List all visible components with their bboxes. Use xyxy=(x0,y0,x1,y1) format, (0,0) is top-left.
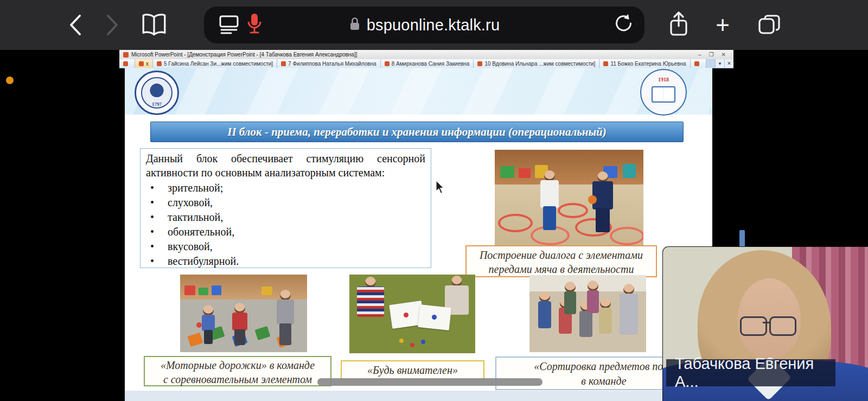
bullet-list: зрительной; слуховой, тактильной, обонят… xyxy=(146,181,425,269)
ppt-tab[interactable]: 7 Филиппова Наталья Михайловна xyxy=(277,59,381,68)
emblem-inner: 1797 xyxy=(141,77,173,109)
caption-line: «Моторные дорожки» в команде xyxy=(145,358,330,372)
slide-title: II блок - приема, переработки и хранения… xyxy=(150,122,684,142)
forward-icon[interactable] xyxy=(101,13,124,37)
powerpoint-titlebar: Microsoft PowerPoint - [Демонстрация Pow… xyxy=(119,50,733,60)
tab-label: x xyxy=(146,61,149,67)
ppt-file-icon xyxy=(477,61,482,66)
tab-close-button[interactable]: ✕ xyxy=(724,59,733,68)
decor-shape xyxy=(261,287,272,295)
tab-label: 7 Филиппова Наталья Михайловна xyxy=(288,61,376,67)
decor-shape xyxy=(599,308,612,334)
bullet-item: зрительной; xyxy=(146,181,425,195)
ppt-file-icon xyxy=(123,61,128,66)
child-figure xyxy=(202,315,215,344)
ppt-tab-active[interactable]: x xyxy=(135,59,153,68)
decor-shape xyxy=(543,206,556,230)
decor-shape xyxy=(202,315,215,331)
open-book-glyph xyxy=(652,86,675,103)
decor-shape xyxy=(404,313,409,317)
ppt-tab[interactable]: 5 Гайсина Лейсан Зи...жим совместимости] xyxy=(153,59,277,68)
photo-kids-hoops xyxy=(495,150,643,245)
caption-dialog-box: Построение диалога с элементами передами… xyxy=(465,245,657,277)
child-figure xyxy=(538,301,551,328)
child-figure xyxy=(599,308,612,334)
decor-shape xyxy=(410,343,414,347)
ppt-tab[interactable]: 10 Вдовина Ильнара ...жим совместимости] xyxy=(474,59,599,68)
reload-icon[interactable] xyxy=(613,13,634,37)
decor-shape xyxy=(500,166,514,178)
glasses-bridge xyxy=(763,322,770,323)
new-tab-icon[interactable]: + xyxy=(710,12,736,38)
decor-shape xyxy=(432,315,437,320)
decor-shape xyxy=(623,164,636,178)
decor-shape xyxy=(579,311,592,337)
status-dot xyxy=(6,77,14,84)
decor-shape xyxy=(592,181,613,209)
browser-toolbar: bspuonline.ktalk.ru + xyxy=(0,0,868,50)
window-title: Microsoft PowerPoint - [Демонстрация Pow… xyxy=(131,52,357,58)
decor-shape xyxy=(199,288,208,295)
decor-shape xyxy=(184,285,195,295)
slide-bottom-band xyxy=(125,391,712,401)
ppt-file-icon xyxy=(694,61,699,66)
mouse-cursor xyxy=(435,180,445,196)
decor-shape xyxy=(620,294,638,335)
vertical-scrollbar-thumb[interactable] xyxy=(739,230,745,247)
child-figure xyxy=(587,290,599,313)
child-figure xyxy=(232,313,247,345)
participant-name: Табачкова Евгения А... xyxy=(675,355,835,391)
decor-shape xyxy=(596,208,610,232)
maximize-button[interactable]: ❐ xyxy=(709,50,714,59)
screen: bspuonline.ktalk.ru + xyxy=(0,0,868,401)
tabbar-spacer xyxy=(706,59,715,68)
decor-shape xyxy=(538,301,551,328)
child-figure xyxy=(592,181,613,232)
ppt-file-icon xyxy=(385,61,390,66)
ppt-tab[interactable] xyxy=(691,59,706,68)
bullet-item: тактильной, xyxy=(146,210,425,225)
bookmarks-icon[interactable] xyxy=(140,12,168,38)
decor-shape xyxy=(495,150,643,184)
ppt-tab[interactable]: 8 Амирханова Сания Закиевна xyxy=(381,59,474,68)
caption-line: Построение диалога с элементами xyxy=(467,248,656,262)
url-display[interactable]: bspuonline.ktalk.ru xyxy=(204,7,644,43)
tabs-icon[interactable] xyxy=(755,12,783,38)
decor-shape xyxy=(588,195,597,204)
back-icon[interactable] xyxy=(64,13,87,37)
tab-label: 10 Вдовина Ильнара ...жим совместимости] xyxy=(484,61,595,67)
decor-shape xyxy=(212,285,221,295)
horizontal-scrollbar-thumb[interactable] xyxy=(317,378,542,386)
surdopedagogy-department-emblem: 1918 xyxy=(640,69,687,116)
share-icon[interactable] xyxy=(665,11,692,39)
minimize-button[interactable]: – xyxy=(698,50,701,59)
adult-figure xyxy=(277,300,294,345)
ppt-tab[interactable]: 11 Божко Екатерина Юрьевна xyxy=(599,59,690,68)
tab-label: 11 Божко Екатерина Юрьевна xyxy=(610,61,686,67)
adult-figure xyxy=(620,294,638,335)
tab-dropdown-button[interactable]: ▾ xyxy=(715,59,724,68)
decor-shape xyxy=(587,290,599,313)
child-figure xyxy=(540,180,559,230)
ppt-tab[interactable] xyxy=(119,59,135,68)
ppt-file-icon xyxy=(139,61,144,66)
address-bar[interactable]: bspuonline.ktalk.ru xyxy=(204,7,644,43)
decor-shape xyxy=(558,203,588,218)
herzen-university-emblem: 1797 xyxy=(135,71,179,115)
caption-motor-tracks: «Моторные дорожки» в команде с соревнова… xyxy=(144,356,331,386)
decor-shape xyxy=(399,339,404,343)
decor-shape xyxy=(279,323,291,345)
slide-text-block: Данный блок обеспечивает стимуляцию сенс… xyxy=(140,148,431,268)
photo-sorting-group xyxy=(529,275,646,352)
bullet-item: обонятельной, xyxy=(146,225,425,239)
close-button[interactable]: ✕ xyxy=(722,50,726,59)
presentation-slide: 1797 1918 II блок - приема, переработки … xyxy=(125,68,712,401)
powerpoint-app-icon xyxy=(123,52,129,58)
decor-shape xyxy=(357,287,384,317)
bullet-item: вкусовой, xyxy=(146,239,425,254)
decor-shape xyxy=(421,340,425,344)
child-figure xyxy=(579,311,592,337)
bullet-item: слуховой, xyxy=(146,195,425,210)
webcam-tile[interactable]: Табачкова Евгения А... xyxy=(663,247,868,401)
decor-shape xyxy=(540,180,559,208)
